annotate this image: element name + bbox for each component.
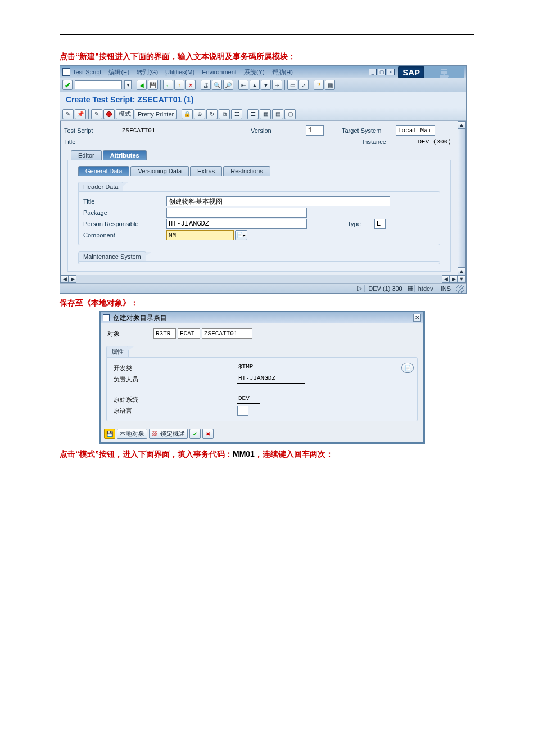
origlang-label: 原语言	[110, 407, 237, 415]
type-field[interactable]: E	[374, 219, 386, 229]
menu-utilities[interactable]: Utilities(M)	[165, 69, 194, 75]
dialog-save-button[interactable]: 💾	[104, 429, 115, 439]
system-toolbar: ✔ ▾ ◀ 💾 ← ↑ ✕ 🖨 🔍 🔎 ⇤ ▲ ▼ ⇥ ▭ ↗ ? ▦	[60, 78, 466, 92]
sap-menu: Test Script 编辑(E) 转到(G) Utilities(M) Env…	[73, 68, 298, 76]
prev-page-button[interactable]: ▲	[250, 80, 260, 90]
close-button[interactable]: ×	[387, 69, 395, 75]
blank-icon[interactable]: ▢	[284, 109, 296, 119]
hd-title-field[interactable]: 创建物料基本视图	[166, 196, 390, 206]
pretty-printer-button[interactable]: Pretty Printer	[135, 109, 177, 119]
print-button[interactable]: 🖨	[201, 80, 211, 90]
back-button[interactable]: ◀	[137, 80, 147, 90]
version-field[interactable]: 1	[306, 125, 324, 136]
subtab-extras[interactable]: Extras	[190, 166, 222, 176]
new-session-button[interactable]: ▭	[287, 80, 297, 90]
lock-overview-button[interactable]: ⛓锁定概述	[149, 429, 188, 439]
devclass-field[interactable]: $TMP	[237, 363, 400, 372]
edit2-icon[interactable]: ✎	[91, 109, 102, 119]
dialog-ok-button[interactable]: ✔	[189, 429, 201, 439]
find-button[interactable]: 🔍	[212, 80, 222, 90]
component-label: Component	[82, 232, 166, 238]
status-server-icon[interactable]: ▦	[406, 285, 414, 292]
next-page-button[interactable]: ▼	[261, 80, 271, 90]
layout2-icon[interactable]: ▤	[272, 109, 283, 119]
menu-test-script[interactable]: Test Script	[73, 69, 101, 75]
tree-icon[interactable]: ☵	[231, 109, 242, 119]
dialog-close-button[interactable]: ✕	[413, 314, 421, 322]
tab-attributes-body: General Data Versioning Data Extras Rest…	[67, 160, 451, 272]
hd-title-label: Title	[82, 198, 166, 205]
status-bar: ▷ DEV (1) 300 ▦ htdev INS	[60, 283, 466, 293]
command-field[interactable]	[75, 80, 122, 89]
save-button[interactable]: 💾	[148, 80, 158, 90]
refresh-icon[interactable]: ↻	[206, 109, 218, 119]
menu-help[interactable]: 帮助(H)	[272, 69, 293, 75]
last-page-button[interactable]: ⇥	[272, 80, 282, 90]
object-label: 对象	[104, 330, 153, 338]
attr-section-title: 属性	[106, 346, 129, 358]
pencil-edit-icon[interactable]: ✎	[62, 109, 74, 119]
package-field[interactable]	[166, 208, 307, 218]
local-object-button[interactable]: 本地对象	[117, 429, 147, 439]
hscrollbar[interactable]: ◀▶ ◀▶	[61, 275, 458, 283]
layout-button[interactable]: ▦	[325, 80, 335, 90]
dperson-field[interactable]: HT-JIANGDZ	[237, 375, 305, 384]
help-button[interactable]: ?	[314, 80, 324, 90]
target-system-field[interactable]: Local Mai	[396, 125, 435, 136]
origlang-field[interactable]	[237, 406, 248, 416]
resize-grip[interactable]	[456, 285, 464, 292]
subtab-general[interactable]: General Data	[78, 166, 129, 176]
menu-edit[interactable]: 编辑(E)	[108, 69, 129, 75]
f4-help-button[interactable]: 📄▸	[235, 230, 247, 240]
window-buttons: _ ▢ × SAP	[368, 66, 464, 78]
vscrollbar[interactable]: ▲ ▲ ▼	[458, 121, 465, 283]
maximize-button[interactable]: ▢	[378, 69, 386, 75]
shortcut-button[interactable]: ↗	[298, 80, 309, 90]
copy-icon[interactable]: ⧉	[219, 109, 230, 119]
pin-icon[interactable]: 📌	[75, 109, 86, 119]
target-system-label: Target System	[341, 127, 396, 134]
app-title: Create Test Script: ZSECATT01 (1)	[60, 92, 466, 107]
nav-back-button[interactable]: ←	[163, 80, 173, 90]
sap-content: Test Script ZSECATT01 Version 1 Target S…	[61, 121, 458, 275]
menu-system[interactable]: 系统(Y)	[244, 69, 265, 75]
dialog-footer: 💾 本地对象 ⛓锁定概述 ✔ ✖	[101, 426, 423, 442]
component-field[interactable]: MM	[166, 230, 234, 240]
mode-button[interactable]: 模式	[116, 109, 134, 119]
hierarchy-icon[interactable]: ☰	[247, 109, 259, 119]
grid-icon[interactable]: ▦	[260, 109, 271, 119]
dialog-cancel-button[interactable]: ✖	[202, 429, 214, 439]
devclass-f4-button[interactable]: 📄	[401, 363, 414, 373]
stop-button[interactable]	[103, 109, 115, 119]
caption-1: 点击“新建”按钮进入下面的界面，输入文本说明及事务码所属模块：	[60, 52, 474, 62]
person-field[interactable]: HT-JIANGDZ	[166, 219, 307, 229]
sap-wave-deco	[424, 66, 464, 78]
dialog-titlebar: 创建对象目录条目 ✕	[101, 312, 423, 323]
minimize-button[interactable]: _	[369, 69, 377, 75]
test-script-value: ZSECATT01	[120, 125, 250, 136]
subtab-restrictions[interactable]: Restrictions	[223, 166, 270, 176]
save-dialog: 创建对象目录条目 ✕ 对象 R3TR ECAT ZSECATT01 属性 开发类…	[99, 310, 425, 444]
menu-environment[interactable]: Environment	[202, 69, 237, 75]
cancel-button[interactable]: ✕	[185, 80, 196, 90]
tab-editor[interactable]: Editor	[71, 150, 102, 160]
status-system: DEV (1) 300	[364, 285, 406, 292]
enter-button[interactable]: ✔	[62, 80, 73, 90]
menu-goto[interactable]: 转到(G)	[137, 69, 158, 75]
subtab-versioning[interactable]: Versioning Data	[130, 166, 189, 176]
execute-icon[interactable]: ⊕	[194, 109, 205, 119]
origsys-field[interactable]: DEV	[237, 395, 260, 404]
exit-button[interactable]: ↑	[174, 80, 184, 90]
command-dropdown[interactable]: ▾	[124, 80, 132, 89]
tab-attributes[interactable]: Attributes	[103, 150, 147, 160]
find-next-button[interactable]: 🔎	[223, 80, 233, 90]
devclass-label: 开发类	[110, 364, 237, 372]
status-expand-icon[interactable]: ▷	[357, 285, 364, 292]
lock-icon[interactable]: 🔒	[182, 109, 193, 119]
status-ins: INS	[437, 285, 454, 292]
title-main-blank	[120, 137, 361, 147]
obj-r3tr: R3TR	[153, 328, 176, 339]
header-data-title: Header Data	[78, 182, 123, 192]
first-page-button[interactable]: ⇤	[238, 80, 248, 90]
obj-name: ZSECATT01	[202, 328, 252, 339]
